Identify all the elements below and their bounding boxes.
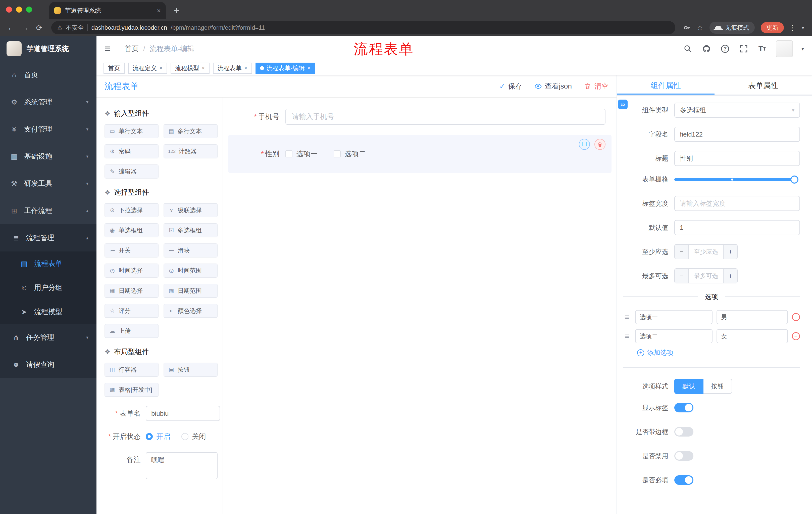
show-label-toggle[interactable] [674,403,693,412]
style-button-button[interactable]: 按钮 [703,379,732,394]
avatar[interactable] [776,40,793,57]
label-width-input[interactable] [674,196,800,211]
palette-item-switch[interactable]: ⊶开关 [105,243,158,258]
sidebar-item-user-group[interactable]: ☺ 用户分组 [0,276,96,300]
search-icon[interactable] [683,44,693,54]
tag-process-form[interactable]: 流程表单 × [213,63,252,74]
gender-option-1-checkbox[interactable]: 选项一 [285,149,318,159]
link-icon[interactable]: ∞ [618,100,628,109]
style-default-button[interactable]: 默认 [674,379,703,394]
delete-widget-button[interactable] [594,139,606,150]
profile-caret-icon[interactable]: ▾ [799,25,807,31]
palette-item-row-container[interactable]: ◫行容器 [105,362,158,377]
bookmark-star-icon[interactable]: ☆ [694,24,705,32]
palette-item-color-picker[interactable]: ◐颜色选择 [164,304,218,318]
increase-button[interactable]: + [723,245,737,259]
palette-item-slider[interactable]: ⊷滑块 [164,243,218,258]
sidebar-item-workflow[interactable]: ⊞ 工作流程 ▴ [0,197,96,224]
help-icon[interactable]: ? [720,44,730,54]
tag-home[interactable]: 首页 [104,63,125,74]
fullscreen-icon[interactable] [738,44,749,54]
breadcrumb-home[interactable]: 首页 [125,44,139,54]
palette-item-button[interactable]: ▣按钮 [164,362,218,377]
status-off-radio[interactable]: 关闭 [181,432,206,441]
window-close-button[interactable] [6,6,12,12]
status-on-radio[interactable]: 开启 [146,432,170,441]
sidebar-item-home[interactable]: ⌂ 首页 [0,61,96,88]
title-input[interactable] [674,151,800,166]
max-select-value[interactable]: 最多可选 [689,269,723,283]
font-size-icon[interactable]: TT [757,44,767,54]
view-json-button[interactable]: 查看json [534,81,572,91]
palette-item-radio-group[interactable]: ◉单选框组 [105,223,158,237]
tag-close-icon[interactable]: × [307,65,311,72]
palette-item-select[interactable]: ⊙下拉选择 [105,203,158,217]
gender-option-2-checkbox[interactable]: 选项二 [334,149,366,159]
window-zoom-button[interactable] [26,6,32,12]
browser-tab[interactable]: 芋道管理系统 × [49,2,166,19]
gender-field[interactable]: *性别 选项一 选项二 [228,146,606,162]
field-name-input[interactable] [674,127,800,142]
clear-button[interactable]: 清空 [584,81,609,91]
option-1-value-input[interactable] [717,310,788,324]
form-canvas[interactable]: *手机号 ❐ [223,98,616,514]
browser-menu-icon[interactable]: ⋮ [788,24,797,32]
form-name-input[interactable] [146,406,220,421]
palette-item-date-picker[interactable]: ▦日期选择 [105,283,158,298]
add-option-button[interactable]: + 添加选项 [637,348,800,357]
sidebar-item-infrastructure[interactable]: ▥ 基础设施 ▾ [0,143,96,170]
option-2-value-input[interactable] [717,329,788,343]
palette-item-time-picker[interactable]: ◷时间选择 [105,264,158,278]
tag-close-icon[interactable]: × [202,65,205,72]
min-select-value[interactable]: 至少应选 [689,245,723,259]
option-2-label-input[interactable] [635,329,713,343]
tag-process-model[interactable]: 流程模型 × [171,63,209,74]
remark-textarea[interactable] [146,452,218,479]
drag-handle-icon[interactable]: ≡ [623,313,631,321]
required-toggle[interactable] [674,475,693,485]
palette-item-upload[interactable]: ☁上传 [105,324,158,338]
tab-close-icon[interactable]: × [157,7,161,15]
back-button[interactable]: ← [5,23,17,32]
sidebar-item-leave-query[interactable]: ☻ 请假查询 [0,351,96,378]
drag-handle-icon[interactable]: ≡ [623,332,631,341]
sidebar-logo[interactable]: 芋道管理系统 [0,36,96,61]
address-bar[interactable]: ⚠ 不安全 dashboard.yudao.iocoder.cn /bpm/ma… [51,21,675,34]
remove-option-button[interactable]: − [792,313,800,321]
sidebar-item-task-management[interactable]: ⋔ 任务管理 ▾ [0,324,96,351]
tab-form-props[interactable]: 表单属性 [715,76,812,94]
palette-item-checkbox-group[interactable]: ☑多选框组 [164,223,218,237]
component-type-select[interactable]: 多选框组 ▾ [674,103,800,118]
decrease-button[interactable]: − [675,269,689,283]
browser-update-button[interactable]: 更新 [761,22,784,33]
phone-input[interactable] [285,109,606,125]
palette-item-text-field[interactable]: ▭单行文本 [105,124,158,138]
palette-item-rate[interactable]: ☆评分 [105,304,158,318]
save-button[interactable]: ✓ 保存 [499,81,522,91]
reload-button[interactable]: ⟳ [33,23,45,32]
palette-item-password[interactable]: ⊛密码 [105,144,158,158]
palette-item-cascader[interactable]: ⋎级联选择 [164,203,218,217]
sidebar-item-system[interactable]: ⚙ 系统管理 ▾ [0,88,96,116]
tag-close-icon[interactable]: × [244,65,248,72]
palette-item-date-range[interactable]: ▧日期范围 [164,283,218,298]
option-1-label-input[interactable] [635,310,713,324]
sidebar-item-process-form[interactable]: ▤ 流程表单 [0,251,96,276]
decrease-button[interactable]: − [675,245,689,259]
palette-item-table[interactable]: ▩表格[开发中] [105,383,158,397]
palette-item-time-range[interactable]: ◶时间范围 [164,264,218,278]
new-tab-button[interactable]: + [174,2,179,19]
avatar-caret-icon[interactable]: ▾ [802,46,804,52]
tag-close-icon[interactable]: × [159,65,163,72]
window-minimize-button[interactable] [16,6,22,12]
palette-item-editor[interactable]: ✎编辑器 [105,164,158,179]
default-value-input[interactable] [674,220,800,235]
palette-item-counter[interactable]: 123计数器 [164,144,218,158]
tag-process-form-edit[interactable]: 流程表单-编辑 × [256,63,315,74]
remove-option-button[interactable]: − [792,332,800,340]
increase-button[interactable]: + [723,269,737,283]
phone-field[interactable]: *手机号 [228,107,611,127]
sidebar-item-payment[interactable]: ¥ 支付管理 ▾ [0,116,96,143]
password-key-icon[interactable] [682,24,692,31]
palette-item-textarea[interactable]: ▤多行文本 [164,124,218,138]
